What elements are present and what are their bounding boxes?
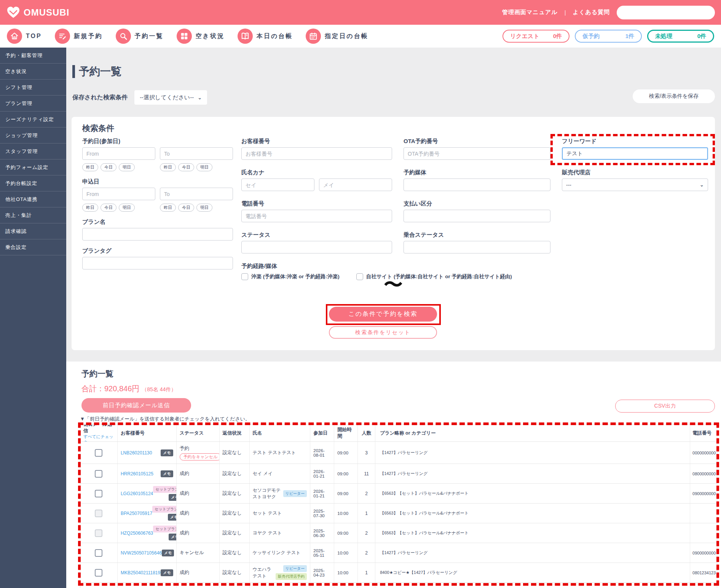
plan-name-input[interactable] <box>82 228 233 241</box>
quick-date-pill-1[interactable]: 今日 <box>100 163 116 171</box>
status-badge-0[interactable]: リクエスト 0件 <box>502 30 569 43</box>
plan-tag-input[interactable] <box>82 257 233 269</box>
sidebar-item-6[interactable]: スタッフ管理 <box>0 143 66 159</box>
nav-item-label: 予約一覧 <box>135 32 164 40</box>
search-submit-button[interactable]: この条件で予約を検索 <box>329 307 437 322</box>
ota-no-input[interactable] <box>404 147 550 160</box>
customer-number-link[interactable]: MKB250402111819 <box>121 570 160 575</box>
row-checkbox[interactable] <box>95 549 102 557</box>
row-reply-status: 設定なし <box>223 510 242 516</box>
quick-date-pill-0[interactable]: 昨日 <box>82 163 98 171</box>
apply-date-from-input[interactable] <box>82 188 155 200</box>
save-search-condition-button[interactable]: 検索/表示条件を保存 <box>633 89 715 103</box>
kana-sei-input[interactable] <box>241 178 314 191</box>
apply-date-to-input[interactable] <box>160 188 233 200</box>
quick-date-pill-2[interactable]: 明日 <box>119 204 135 212</box>
media-input[interactable] <box>404 178 550 191</box>
badge-bdg-memo: メモ <box>161 449 173 456</box>
nav-item-3[interactable]: 空き状況 <box>177 29 225 44</box>
heart-hands-logo-icon <box>6 6 21 19</box>
reserve-date-to-input[interactable] <box>160 147 233 160</box>
field-status: ステータス <box>241 231 392 253</box>
results-total: 合計：920,846円（85名 44件） <box>81 384 176 394</box>
nav-item-1[interactable]: 新規予約 <box>55 29 103 44</box>
status-input[interactable] <box>241 241 392 253</box>
quick-date-pill-2[interactable]: 明日 <box>196 163 212 171</box>
sidebar-item-7[interactable]: 予約フォーム設定 <box>0 159 66 175</box>
quick-date-pill-1[interactable]: 今日 <box>100 204 116 212</box>
search-reset-button[interactable]: 検索条件をリセット <box>329 326 437 339</box>
quick-date-pill-2[interactable]: 明日 <box>196 204 212 212</box>
nav-item-0[interactable]: TOP <box>7 29 42 44</box>
kana-mei-input[interactable] <box>319 178 392 191</box>
csv-export-button[interactable]: CSV出力 <box>615 400 715 413</box>
row-time: 09:00 <box>337 451 348 455</box>
row-checkbox[interactable] <box>95 470 102 478</box>
row-time: 09:00 <box>337 472 348 476</box>
status-badge-1[interactable]: 仮予約 1件 <box>575 30 642 43</box>
sidebar-item-3[interactable]: プラン管理 <box>0 96 66 112</box>
search-condition-heading: 検索条件 <box>82 123 114 134</box>
table-row-2: LGG260105124セットプランメモ成約設定なしセソコデモテストヨヤクリピー… <box>80 484 717 504</box>
row-checkbox[interactable] <box>95 490 102 497</box>
sidebar-item-10[interactable]: 売上・集計 <box>0 207 66 223</box>
table-header-cell-9: 電話番号 <box>690 425 717 441</box>
brand-logo[interactable]: OMUSUBI <box>6 6 69 19</box>
nav-item-5[interactable]: 指定日の台帳 <box>306 29 368 44</box>
sidebar-item-11[interactable]: 請求確認 <box>0 223 66 239</box>
row-phone: 0900000000 <box>692 491 716 496</box>
quick-date-pill-0[interactable]: 昨日 <box>160 204 176 212</box>
sidebar-item-0[interactable]: 予約・顧客管理 <box>0 48 66 64</box>
table-row-6: MKB250402111819メモ成約設定なしウエハラ テストリピーター販売代理… <box>80 563 717 583</box>
sidebar-item-1[interactable]: 空き状況 <box>0 64 66 80</box>
payment-input[interactable] <box>404 210 550 222</box>
title-accent-bar <box>72 65 75 78</box>
sidebar-item-9[interactable]: 他社OTA連携 <box>0 191 66 207</box>
header-search-input[interactable] <box>617 6 715 19</box>
quick-date-pill-2[interactable]: 明日 <box>119 163 135 171</box>
booking-list-icon <box>116 29 131 44</box>
sidebar-item-12[interactable]: 乗合設定 <box>0 239 66 255</box>
sidebar-item-5[interactable]: ショップ管理 <box>0 127 66 143</box>
row-checkbox[interactable] <box>95 569 102 577</box>
table-header-cell-4: 氏名 <box>250 425 311 441</box>
field-plan-name: プラン名 <box>82 218 233 241</box>
send-confirm-mail-button[interactable]: 前日予約確認メール送信 <box>81 398 191 413</box>
row-checkbox[interactable] <box>95 449 102 457</box>
quick-date-pill-0[interactable]: 昨日 <box>160 163 176 171</box>
phone-input[interactable] <box>241 210 392 222</box>
faq-link[interactable]: よくある質問 <box>573 9 610 16</box>
customer-no-input[interactable] <box>241 147 392 160</box>
customer-number-link[interactable]: LGG260105124 <box>121 491 153 496</box>
quick-date-pill-1[interactable]: 今日 <box>178 204 194 212</box>
customer-number-link[interactable]: LNB260201130 <box>121 450 152 456</box>
check-all-link[interactable]: すべてにチェック <box>83 434 114 441</box>
table-header-cell-3: 返信状況 <box>220 425 250 441</box>
row-count: 11 <box>364 471 368 476</box>
reserve-date-from-input[interactable] <box>82 147 155 160</box>
new-booking-icon <box>55 29 70 44</box>
customer-number-link[interactable]: NVW250507105646 <box>121 550 162 556</box>
quick-date-pill-1[interactable]: 今日 <box>178 163 194 171</box>
customer-number-link[interactable]: HRR260105125 <box>121 471 153 476</box>
collapse-wave-symbol[interactable]: 〜 <box>72 272 715 298</box>
sidebar-item-8[interactable]: 予約台帳設定 <box>0 175 66 191</box>
quick-date-pill-0[interactable]: 昨日 <box>82 204 98 212</box>
row-date: 2026-01-21 <box>313 489 331 498</box>
freeword-input[interactable] <box>562 147 708 160</box>
share-status-input[interactable] <box>404 241 550 253</box>
sidebar-item-2[interactable]: シフト管理 <box>0 80 66 96</box>
customer-number-link[interactable]: BPA250705917 <box>121 511 152 516</box>
cancel-reservation-button[interactable]: 予約をキャンセル <box>180 453 220 461</box>
saved-search-select[interactable]: --選択してください-- ⌄ <box>134 90 207 105</box>
nav-item-2[interactable]: 予約一覧 <box>116 29 164 44</box>
manual-link[interactable]: 管理画面マニュアル <box>502 9 558 16</box>
customer-number-link[interactable]: HZQ250606763 <box>121 531 153 536</box>
agency-select[interactable]: --- ⌄ <box>562 178 708 191</box>
total-amount: 合計：920,846円 <box>81 384 139 393</box>
field-media: 予約媒体 <box>404 169 550 191</box>
sidebar-item-4[interactable]: シーズナリティ設定 <box>0 112 66 127</box>
nav-item-4[interactable]: 本日の台帳 <box>238 29 293 44</box>
status-badge-2[interactable]: 未処理 0件 <box>647 30 714 43</box>
field-agency: 販売代理店 --- ⌄ <box>562 169 708 191</box>
